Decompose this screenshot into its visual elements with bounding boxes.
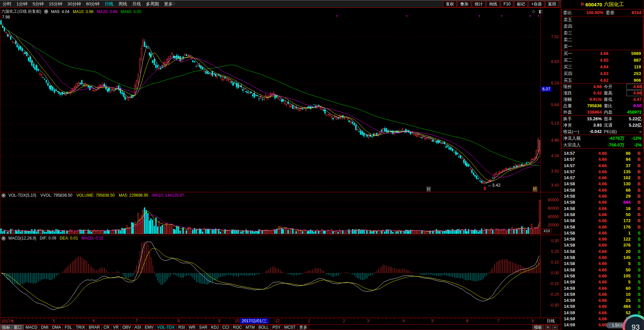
period-indicator[interactable]: 日线 bbox=[541, 318, 560, 324]
tick-row[interactable]: 14:584.6620S bbox=[561, 249, 643, 255]
sell-row-2[interactable]: 卖二 bbox=[561, 37, 643, 43]
toolbar-item-mtm[interactable]: MTM bbox=[244, 325, 257, 330]
tick-row[interactable]: 14:594.66484S bbox=[561, 304, 643, 310]
period-tab-fenshi[interactable]: 分时 bbox=[3, 1, 11, 7]
toolbar-item-more[interactable]: 更多 bbox=[298, 325, 309, 330]
toolbar-item-indicator[interactable]: 指标 bbox=[0, 325, 12, 330]
mark-button[interactable]: 标记 bbox=[514, 1, 528, 7]
tick-row[interactable]: 14:574.6694B bbox=[561, 156, 643, 162]
tick-row[interactable]: 14:584.66376S bbox=[561, 242, 643, 248]
toolbar-item-obv[interactable]: OBV bbox=[121, 325, 133, 330]
tick-row[interactable]: 14:584.66105S bbox=[561, 273, 643, 279]
stats-button[interactable]: 统计 bbox=[472, 1, 485, 7]
tick-row[interactable]: 14:584.665S bbox=[561, 261, 643, 267]
drawline-button[interactable]: 画线 bbox=[486, 1, 500, 7]
period-tab-m1[interactable]: 1分钟 bbox=[16, 1, 28, 7]
zoom-in-button[interactable]: + bbox=[545, 325, 551, 330]
period-tab-m60[interactable]: 60分钟 bbox=[86, 1, 99, 7]
event-marker-1[interactable]: $ bbox=[483, 186, 486, 191]
toolbar-item-dmi[interactable]: DMI bbox=[39, 325, 50, 330]
tick-row[interactable]: 14:584.6629B bbox=[561, 193, 643, 199]
tick-row[interactable]: 14:574.66135B bbox=[561, 169, 643, 175]
pane-split-icon[interactable]: ◧ bbox=[539, 9, 542, 14]
toolbar-item-dma[interactable]: DMA bbox=[50, 325, 63, 330]
tick-row[interactable]: 14:594.665S bbox=[561, 279, 643, 285]
tick-row[interactable]: 14:584.66130B bbox=[561, 181, 643, 187]
toolbar-item-macd[interactable]: MACD bbox=[24, 325, 39, 330]
toolbar-item-psy[interactable]: PSY bbox=[271, 325, 282, 330]
buy-row-5[interactable]: 买五4.62906 bbox=[561, 77, 643, 84]
addwatch-button[interactable]: +自选 bbox=[529, 1, 544, 7]
period-tab-weekly[interactable]: 周线 bbox=[118, 1, 127, 7]
toolbar-item-cr[interactable]: CR bbox=[102, 325, 111, 330]
toolbar-item-boll[interactable]: BOLL bbox=[257, 325, 271, 330]
candlestick-chart[interactable] bbox=[0, 15, 540, 192]
toolbar-item-sar[interactable]: SAR bbox=[197, 325, 209, 330]
sell-row-5[interactable]: 卖五 bbox=[561, 16, 643, 23]
tick-row[interactable]: 14:584.6616B bbox=[561, 206, 643, 212]
toolbar-item-trix[interactable]: TRIX bbox=[74, 325, 87, 330]
toolbar-item-emv[interactable]: EMV bbox=[143, 325, 155, 330]
toolbar-item-vr[interactable]: VR bbox=[111, 325, 121, 330]
toolbar-item-asi[interactable]: ASI bbox=[133, 325, 143, 330]
period-tab-m30[interactable]: 30分钟 bbox=[67, 1, 81, 7]
tick-row[interactable]: 14:584.66145S bbox=[561, 255, 643, 261]
toolbar-item-roc[interactable]: ROC bbox=[231, 325, 244, 330]
toolbar-item-brar[interactable]: BRAR bbox=[87, 325, 102, 330]
f10-button[interactable]: F10 bbox=[501, 1, 513, 7]
collapse-icon[interactable]: ˅ bbox=[44, 9, 48, 14]
tick-row[interactable]: 14:584.6666B bbox=[561, 187, 643, 193]
toolbar-item-window[interactable]: 窗口 bbox=[12, 325, 24, 330]
tick-time: 14:58 bbox=[564, 224, 575, 230]
period-tab-monthly[interactable]: 月线 bbox=[132, 1, 141, 7]
zoom-out-button[interactable]: − bbox=[552, 325, 558, 330]
ma-value-1: MA10: 3.98 bbox=[73, 9, 93, 14]
sell-row-1[interactable]: 卖一 bbox=[561, 43, 643, 50]
toolbar-item-rsi[interactable]: RSI bbox=[176, 325, 187, 330]
toolbar-item-wr[interactable]: WR bbox=[187, 325, 197, 330]
tick-row[interactable]: 14:584.6650B bbox=[561, 212, 643, 218]
collapse-icon[interactable]: ˅ bbox=[1, 193, 6, 198]
toolbar-item-vol-tdx[interactable]: VOL-TDX bbox=[155, 325, 176, 330]
buy-row-3[interactable]: 买三4.64119 bbox=[561, 64, 643, 70]
buy-row-2[interactable]: 买二4.65887 bbox=[561, 57, 643, 64]
toolbar-item-cci[interactable]: CCI bbox=[221, 325, 231, 330]
period-tab-daily[interactable]: 日线 bbox=[105, 1, 113, 7]
tick-row[interactable]: 14:584.661S bbox=[561, 230, 643, 236]
volume-chart[interactable] bbox=[0, 198, 540, 235]
tick-side: B bbox=[638, 181, 641, 187]
tick-list[interactable]: 14:574.6686B14:574.6694B14:574.6637B14:5… bbox=[561, 148, 643, 330]
tick-row[interactable]: 14:574.6686B bbox=[561, 150, 643, 156]
overlay-button[interactable]: 叠加 bbox=[458, 1, 471, 7]
tick-row[interactable]: 14:584.66176B bbox=[561, 224, 643, 230]
tick-row[interactable]: 14:574.66102B bbox=[561, 175, 643, 181]
tick-row[interactable]: 14:574.6637B bbox=[561, 163, 643, 169]
period-tab-m5[interactable]: 5分钟 bbox=[33, 1, 44, 7]
diamond-icon[interactable]: ◇ bbox=[532, 9, 535, 14]
period-tab-more[interactable]: 更多〉 bbox=[164, 1, 177, 7]
tick-row[interactable]: 14:584.66684B bbox=[561, 199, 643, 205]
tick-row[interactable]: 14:594.6660S bbox=[561, 285, 643, 291]
template-button[interactable]: 模板 bbox=[532, 325, 544, 330]
period-tab-multi[interactable]: 多周期 bbox=[146, 1, 159, 7]
toolbar-item-kdj[interactable]: KDJ bbox=[209, 325, 221, 330]
toolbar-item-fsl[interactable]: FSL bbox=[63, 325, 74, 330]
toolbar-item-mcst[interactable]: MCST bbox=[282, 325, 298, 330]
sell-row-4[interactable]: 卖四 bbox=[561, 23, 643, 30]
collapse-icon[interactable]: ˅ bbox=[1, 236, 6, 241]
buy-row-1[interactable]: 买一4.665989 bbox=[561, 50, 643, 57]
event-marker-2[interactable]: 榜 bbox=[533, 186, 537, 192]
tick-row[interactable]: 14:584.66122S bbox=[561, 236, 643, 242]
macd-chart[interactable] bbox=[0, 241, 540, 318]
event-marker-0[interactable]: 财 bbox=[426, 186, 431, 192]
tick-row[interactable]: 14:584.6650S bbox=[561, 267, 643, 273]
buy-row-4[interactable]: 买四4.63253 bbox=[561, 70, 643, 77]
tick-row[interactable]: 14:594.6625S bbox=[561, 298, 643, 304]
tick-row[interactable]: 14:594.6610S bbox=[561, 291, 643, 298]
period-tab-m15[interactable]: 15分钟 bbox=[49, 1, 62, 7]
sell-row-3[interactable]: 卖三 bbox=[561, 30, 643, 37]
tick-side: B bbox=[638, 175, 641, 181]
fuquan-button[interactable]: 复权 bbox=[443, 1, 457, 7]
back-button[interactable]: 返回 bbox=[545, 1, 559, 7]
tick-row[interactable]: 14:584.66172B bbox=[561, 218, 643, 224]
